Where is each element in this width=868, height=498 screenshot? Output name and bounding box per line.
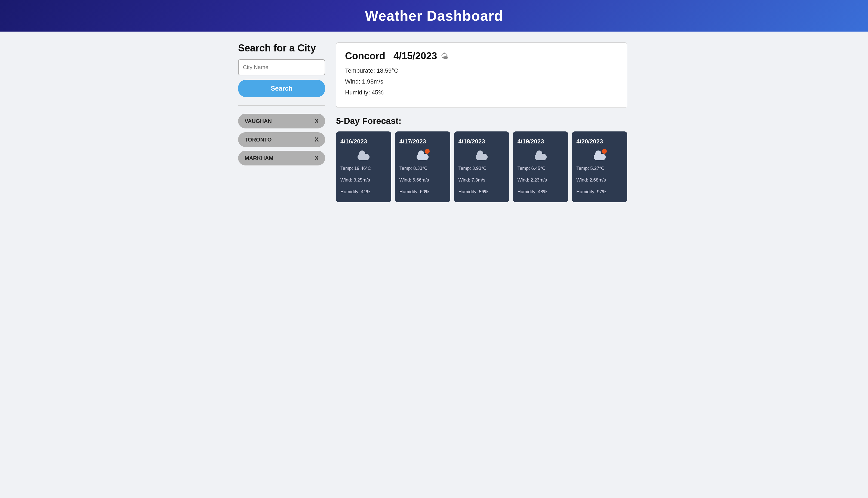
forecast-date: 4/19/2023 (517, 138, 544, 145)
forecast-icon (576, 149, 623, 160)
forecast-humidity: Humidity: 56% (459, 188, 488, 195)
history-city-name: TORONTO (245, 136, 272, 143)
forecast-wind: Wind: 2.23m/s (517, 176, 547, 184)
forecast-date: 4/17/2023 (399, 138, 426, 145)
remove-history-button[interactable]: X (315, 136, 319, 143)
right-panel: Concord 4/15/2023 🌤 Tempurate: 18.59°C W… (336, 42, 627, 202)
history-item[interactable]: VAUGHAN X (238, 114, 325, 129)
forecast-wind: Wind: 2.68m/s (576, 176, 606, 184)
page-header: Weather Dashboard (0, 0, 868, 31)
forecast-humidity: Humidity: 41% (340, 188, 370, 195)
forecast-humidity: Humidity: 60% (399, 188, 429, 195)
forecast-temp: Temp: 8.33°C (399, 165, 428, 172)
forecast-card: 4/16/2023 Temp: 19.46°C Wind: 3.25m/s Hu… (336, 131, 391, 202)
current-humidity: Humidity: 45% (345, 89, 618, 96)
search-history-list: VAUGHAN X TORONTO X MARKHAM X (238, 114, 325, 166)
left-panel: Search for a City Search VAUGHAN X TORON… (238, 42, 325, 202)
forecast-card: 4/17/2023 Temp: 8.33°C Wind: 6.66m/s Hum… (395, 131, 450, 202)
section-divider (238, 105, 325, 106)
forecast-icon (517, 149, 564, 160)
forecast-icon (399, 149, 446, 160)
history-city-name: VAUGHAN (245, 118, 272, 124)
main-content: Search for a City Search VAUGHAN X TORON… (230, 31, 638, 213)
city-name-input[interactable] (238, 59, 325, 75)
history-item[interactable]: TORONTO X (238, 132, 325, 147)
forecast-card: 4/20/2023 Temp: 5.27°C Wind: 2.68m/s Hum… (572, 131, 627, 202)
current-city-title: Concord 4/15/2023 (345, 50, 437, 62)
forecast-date: 4/16/2023 (340, 138, 367, 145)
forecast-title: 5-Day Forecast: (336, 116, 627, 126)
current-city-header: Concord 4/15/2023 🌤 (345, 50, 618, 62)
current-wind: Wind: 1.98m/s (345, 78, 618, 85)
forecast-wind: Wind: 7.3m/s (459, 176, 485, 184)
forecast-grid: 4/16/2023 Temp: 19.46°C Wind: 3.25m/s Hu… (336, 131, 627, 202)
forecast-card: 4/18/2023 Temp: 3.93°C Wind: 7.3m/s Humi… (454, 131, 509, 202)
forecast-temp: Temp: 19.46°C (340, 165, 371, 172)
current-weather-icon: 🌤 (441, 52, 448, 61)
forecast-date: 4/18/2023 (459, 138, 485, 145)
forecast-wind: Wind: 3.25m/s (340, 176, 370, 184)
forecast-icon (459, 149, 505, 160)
forecast-temp: Temp: 6.45°C (517, 165, 545, 172)
forecast-icon (340, 149, 387, 160)
forecast-humidity: Humidity: 97% (576, 188, 606, 195)
forecast-card: 4/19/2023 Temp: 6.45°C Wind: 2.23m/s Hum… (513, 131, 568, 202)
forecast-wind: Wind: 6.66m/s (399, 176, 429, 184)
forecast-humidity: Humidity: 48% (517, 188, 547, 195)
current-weather-card: Concord 4/15/2023 🌤 Tempurate: 18.59°C W… (336, 42, 627, 108)
forecast-date: 4/20/2023 (576, 138, 603, 145)
forecast-temp: Temp: 5.27°C (576, 165, 604, 172)
search-button[interactable]: Search (238, 80, 325, 97)
search-section-title: Search for a City (238, 42, 325, 54)
remove-history-button[interactable]: X (315, 118, 319, 124)
page-title: Weather Dashboard (0, 8, 868, 24)
history-city-name: MARKHAM (245, 155, 274, 161)
remove-history-button[interactable]: X (315, 155, 319, 162)
forecast-temp: Temp: 3.93°C (459, 165, 487, 172)
history-item[interactable]: MARKHAM X (238, 151, 325, 166)
current-temperature: Tempurate: 18.59°C (345, 67, 618, 74)
